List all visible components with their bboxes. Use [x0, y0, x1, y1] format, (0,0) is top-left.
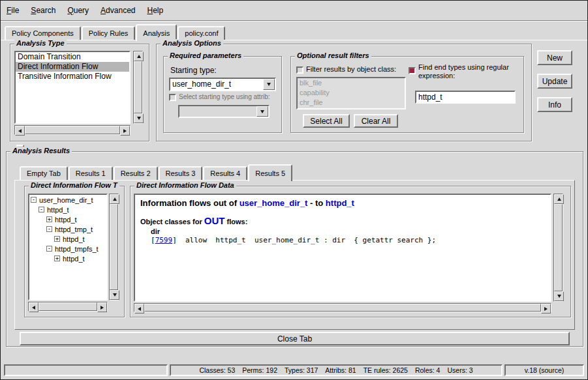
tab-policy-rules[interactable]: Policy Rules — [82, 26, 136, 40]
tab-policy-components[interactable]: Policy Components — [5, 26, 81, 40]
clear-all-button[interactable]: Clear All — [354, 114, 398, 128]
stat-attribs: Attribs: 81 — [325, 366, 356, 374]
select-all-button[interactable]: Select All — [303, 114, 350, 128]
tree-node-label[interactable]: httpd_t — [63, 255, 85, 263]
scroll-thumb[interactable] — [134, 61, 142, 113]
chevron-down-icon — [260, 110, 264, 113]
tab-results-5[interactable]: Results 5 — [248, 164, 292, 181]
flow-tree-v-scrollbar[interactable] — [109, 194, 119, 300]
regex-input[interactable] — [415, 91, 516, 104]
analysis-type-listbox[interactable]: Domain Transition Direct Information Flo… — [14, 51, 131, 124]
scroll-down-icon[interactable] — [554, 291, 564, 301]
filter-object-class-checkbox[interactable] — [296, 66, 303, 74]
stat-classes: Classes: 53 — [199, 366, 235, 374]
tab-results-4[interactable]: Results 4 — [203, 166, 247, 180]
menu-search[interactable]: Search — [29, 5, 57, 16]
scroll-trough[interactable] — [25, 126, 120, 134]
tree-node[interactable]: -user_home_dir_t — [29, 195, 106, 205]
scroll-down-icon[interactable] — [134, 113, 144, 123]
scroll-trough[interactable] — [39, 302, 97, 311]
tab-results-3[interactable]: Results 3 — [159, 166, 203, 180]
apol-window: File Search Query Advanced Help Policy C… — [0, 0, 588, 380]
rule-line: [7599] allow httpd_t user_home_dir_t : d… — [151, 236, 545, 244]
tree-node-label[interactable]: httpd_t — [63, 235, 85, 243]
tree-expander-icon[interactable]: + — [46, 216, 52, 222]
attrib-checkbox[interactable] — [169, 94, 176, 101]
scroll-trough[interactable] — [134, 61, 142, 113]
menu-file[interactable]: File — [5, 5, 21, 16]
tree-node[interactable]: +httpd_t — [29, 234, 106, 244]
regex-checkbox[interactable] — [409, 67, 416, 74]
tree-node-label[interactable]: user_home_dir_t — [39, 196, 93, 204]
tree-node[interactable]: -httpd_t — [29, 205, 106, 214]
flow-tree-h-scrollbar[interactable] — [28, 302, 108, 312]
scroll-trough[interactable] — [144, 304, 541, 312]
new-button[interactable]: New — [537, 50, 572, 65]
starting-type-dropdown-button[interactable] — [263, 79, 275, 90]
tree-node[interactable]: +httpd_t — [29, 214, 106, 224]
flow-data-h-scrollbar[interactable] — [134, 303, 551, 312]
flow-source-type: user_home_dir_t — [240, 198, 308, 208]
scroll-trough[interactable] — [554, 204, 563, 291]
menu-help[interactable]: Help — [145, 5, 165, 16]
flow-tree[interactable]: -user_home_dir_t -httpd_t +httpd_t -http… — [28, 194, 108, 300]
required-parameters-frame: Required parameters Starting type: user_… — [163, 56, 282, 133]
tree-expander-icon[interactable]: - — [46, 246, 52, 252]
scroll-thumb[interactable] — [554, 204, 563, 291]
tree-expander-icon[interactable]: - — [39, 207, 44, 212]
analysis-type-v-scrollbar[interactable] — [133, 51, 143, 124]
flow-data-textarea[interactable]: Information flows out of user_home_dir_t… — [134, 194, 551, 302]
tree-expander-icon[interactable]: + — [54, 236, 60, 242]
scroll-thumb[interactable] — [39, 302, 97, 311]
list-item[interactable]: Domain Transition — [16, 52, 129, 62]
scroll-up-icon[interactable] — [554, 194, 564, 204]
tree-node[interactable]: -httpd_tmp_t — [29, 224, 106, 234]
tab-empty[interactable]: Empty Tab — [20, 166, 68, 180]
object-classes-line: Object classes for OUT flows: — [140, 215, 545, 226]
menubar-separator — [1, 20, 587, 22]
tab-results-2[interactable]: Results 2 — [114, 166, 158, 180]
scroll-thumb[interactable] — [144, 304, 541, 312]
tab-results-1[interactable]: Results 1 — [69, 166, 113, 180]
tree-node-label[interactable]: httpd_tmp_t — [55, 226, 93, 233]
rule-number-link[interactable]: 7599 — [155, 236, 173, 244]
starting-type-combobox[interactable]: user_home_dir_t — [169, 78, 276, 91]
scroll-trough[interactable] — [110, 204, 118, 290]
starting-type-label: Starting type: — [170, 66, 217, 75]
tree-expander-icon[interactable]: - — [46, 226, 52, 232]
menu-query[interactable]: Query — [65, 5, 91, 16]
scroll-right-icon[interactable] — [97, 302, 107, 312]
scroll-right-icon[interactable] — [120, 126, 130, 136]
info-button[interactable]: Info — [537, 97, 572, 112]
attrib-combobox-value — [179, 106, 256, 117]
tree-node-label[interactable]: httpd_tmpfs_t — [55, 245, 99, 253]
tree-node-label[interactable]: httpd_t — [55, 216, 77, 224]
scroll-thumb[interactable] — [110, 204, 118, 290]
tree-expander-icon[interactable]: - — [31, 197, 37, 203]
tree-node[interactable]: +httpd_t — [29, 254, 106, 263]
analysis-options-title: Analysis Options — [161, 39, 223, 47]
scroll-left-icon[interactable] — [29, 302, 39, 312]
close-tab-button[interactable]: Close Tab — [20, 332, 570, 345]
scroll-left-icon[interactable] — [134, 304, 144, 314]
tab-policy-conf[interactable]: policy.conf — [178, 26, 225, 40]
scroll-thumb[interactable] — [25, 126, 120, 134]
update-button[interactable]: Update — [537, 74, 572, 89]
tree-expander-icon[interactable]: + — [54, 256, 60, 261]
flow-data-v-scrollbar[interactable] — [553, 194, 563, 302]
tree-node-label[interactable]: httpd_t — [47, 206, 69, 214]
analysis-options-frame: Analysis Options Required parameters Sta… — [156, 44, 532, 141]
optional-filters-frame: Optional result filters Filter results b… — [290, 56, 524, 133]
list-item-selected[interactable]: Direct Information Flow — [16, 62, 129, 72]
menu-advanced[interactable]: Advanced — [99, 5, 137, 16]
menu-help-hotkey: H — [147, 6, 153, 15]
tree-node[interactable]: -httpd_tmpfs_t — [29, 244, 106, 254]
scroll-up-icon[interactable] — [110, 194, 119, 204]
scroll-down-icon[interactable] — [110, 290, 119, 300]
list-item[interactable]: Transitive Information Flow — [16, 72, 129, 81]
regex-checkbox-label: Find end types using regular expression: — [418, 63, 524, 80]
analysis-type-h-scrollbar[interactable] — [14, 125, 131, 135]
scroll-left-icon[interactable] — [15, 126, 25, 136]
scroll-up-icon[interactable] — [134, 51, 144, 61]
scroll-right-icon[interactable] — [541, 304, 551, 314]
